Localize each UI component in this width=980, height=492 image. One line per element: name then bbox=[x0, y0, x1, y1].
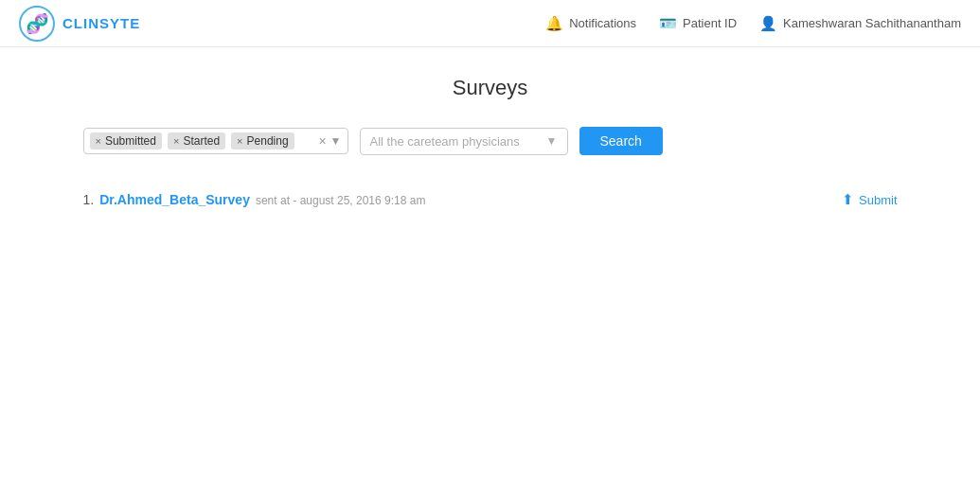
bell-icon: 🔔 bbox=[545, 15, 563, 32]
tag-started[interactable]: × Started bbox=[168, 132, 225, 149]
id-card-icon: 🪪 bbox=[659, 15, 677, 32]
tag-started-close[interactable]: × bbox=[173, 136, 179, 147]
submit-icon: ⬆ bbox=[842, 191, 854, 208]
user-icon: 👤 bbox=[759, 15, 777, 32]
tag-submitted[interactable]: × Submitted bbox=[90, 132, 162, 149]
survey-info: 1. Dr.Ahmed_Beta_Survey sent at - august… bbox=[83, 192, 426, 207]
notifications-label: Notifications bbox=[569, 16, 636, 30]
search-button[interactable]: Search bbox=[579, 127, 663, 155]
tag-pending-label: Pending bbox=[247, 134, 289, 148]
survey-number: 1. bbox=[83, 192, 95, 207]
app-header: 🧬 CLINSYTE 🔔 Notifications 🪪 Patient ID … bbox=[0, 0, 980, 47]
logo: 🧬 bbox=[19, 6, 55, 42]
tags-clear-icon[interactable]: × bbox=[318, 133, 326, 149]
brand-name: CLINSYTE bbox=[62, 15, 140, 31]
physician-dropdown-icon: ▼ bbox=[546, 134, 558, 148]
submit-button[interactable]: ⬆ Submit bbox=[842, 191, 897, 208]
physician-placeholder: All the careteam physicians bbox=[370, 134, 546, 149]
filter-row: × Submitted × Started × Pending × ▼ All … bbox=[83, 127, 898, 155]
main-content: Surveys × Submitted × Started × Pending … bbox=[64, 47, 917, 246]
tag-pending-close[interactable]: × bbox=[237, 136, 242, 147]
tags-actions: × ▼ bbox=[318, 133, 341, 149]
survey-name[interactable]: Dr.Ahmed_Beta_Survey bbox=[99, 192, 250, 207]
survey-meta-prefix: sent at - bbox=[256, 194, 296, 207]
tag-submitted-label: Submitted bbox=[105, 134, 156, 148]
user-nav[interactable]: 👤 Kameshwaran Sachithanantham bbox=[759, 15, 961, 32]
tags-dropdown-icon[interactable]: ▼ bbox=[330, 134, 342, 148]
patient-id-label: Patient ID bbox=[683, 16, 737, 30]
survey-list: 1. Dr.Ahmed_Beta_Survey sent at - august… bbox=[83, 182, 898, 218]
physician-select[interactable]: All the careteam physicians ▼ bbox=[360, 128, 568, 155]
notifications-nav[interactable]: 🔔 Notifications bbox=[545, 15, 636, 32]
status-filter[interactable]: × Submitted × Started × Pending × ▼ bbox=[83, 128, 348, 154]
submit-label: Submit bbox=[859, 193, 897, 207]
header-left: 🧬 CLINSYTE bbox=[19, 6, 140, 42]
header-right: 🔔 Notifications 🪪 Patient ID 👤 Kameshwar… bbox=[545, 15, 961, 32]
survey-meta-date: august 25, 2016 9:18 am bbox=[300, 194, 426, 207]
dna-icon: 🧬 bbox=[26, 14, 49, 33]
tag-started-label: Started bbox=[183, 134, 220, 148]
page-title: Surveys bbox=[83, 76, 898, 100]
user-name: Kameshwaran Sachithanantham bbox=[783, 16, 961, 30]
tag-pending[interactable]: × Pending bbox=[231, 132, 294, 149]
tag-submitted-close[interactable]: × bbox=[96, 136, 101, 147]
survey-meta: sent at - august 25, 2016 9:18 am bbox=[256, 194, 425, 207]
patient-id-nav[interactable]: 🪪 Patient ID bbox=[659, 15, 737, 32]
table-row: 1. Dr.Ahmed_Beta_Survey sent at - august… bbox=[83, 182, 898, 218]
